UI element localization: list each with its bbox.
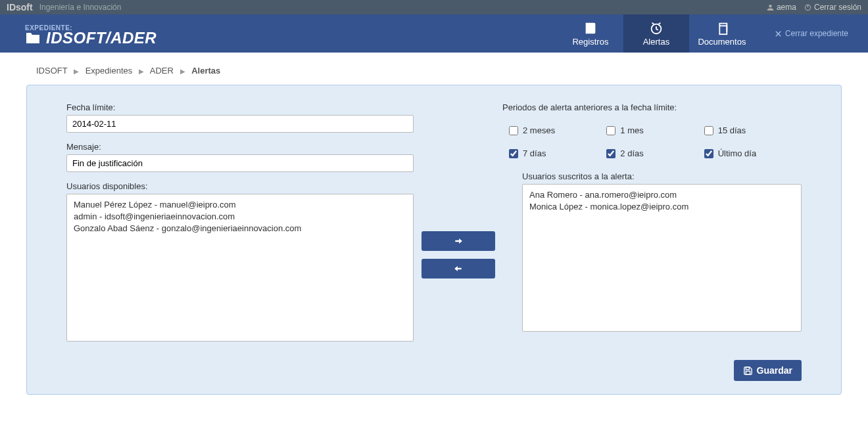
page-title: IDSOFT/ADER (46, 29, 157, 47)
book-icon (583, 21, 598, 35)
period-checkbox-item[interactable]: Último día (704, 148, 802, 158)
header: EXPEDIENTE: IDSOFT/ADER Registros Alerta… (0, 14, 868, 53)
period-checkbox[interactable] (509, 126, 518, 135)
tab-alertas-label: Alertas (643, 37, 669, 47)
close-expediente-link[interactable]: Cerrar expediente (755, 14, 868, 53)
tab-registros-label: Registros (572, 37, 608, 47)
period-checkbox[interactable] (509, 149, 518, 158)
usuarios-disponibles-list[interactable]: Manuel Pérez López - manuel@ieipro.comad… (66, 194, 414, 342)
period-label: 2 meses (523, 125, 555, 135)
mensaje-label: Mensaje: (66, 142, 414, 152)
logout-link[interactable]: Cerrar sesión (804, 3, 861, 12)
list-item[interactable]: Monica López - monica.lopez@ieipro.com (529, 201, 794, 213)
period-checkbox-item[interactable]: 15 días (704, 125, 802, 135)
logout-label: Cerrar sesión (814, 3, 861, 12)
move-right-button[interactable] (422, 231, 495, 251)
arrow-right-icon (453, 236, 464, 246)
breadcrumb-item[interactable]: Expedientes (85, 66, 133, 76)
user-icon (767, 4, 774, 11)
tab-documentos-label: Documentos (698, 37, 746, 47)
breadcrumb-item[interactable]: IDSOFT (36, 66, 67, 76)
period-checkbox[interactable] (606, 149, 615, 158)
list-item[interactable]: admin - idsoft@ingenieriaeinnovacion.com (74, 211, 406, 223)
brand-tagline: Ingeniería e Innovación (39, 3, 122, 12)
period-checkbox-item[interactable]: 2 meses (509, 125, 606, 135)
save-button-label: Guardar (757, 365, 792, 376)
power-icon (804, 4, 811, 11)
usuarios-suscritos-label: Usuarios suscritos a la alerta: (522, 171, 802, 181)
periodos-label: Periodos de alerta anteriores a la fecha… (502, 102, 802, 112)
tab-alertas[interactable]: Alertas (623, 14, 689, 53)
breadcrumb-item[interactable]: ADER (150, 66, 174, 76)
close-icon (775, 30, 782, 37)
clock-icon (649, 21, 663, 35)
fecha-limite-label: Fecha límite: (66, 102, 414, 112)
close-expediente-label: Cerrar expediente (785, 29, 848, 38)
period-label: Último día (718, 148, 757, 158)
breadcrumb-current: Alertas (191, 66, 220, 76)
periodos-grid: 2 meses1 mes15 días7 días2 díasÚltimo dí… (502, 125, 802, 158)
period-label: 7 días (523, 148, 546, 158)
save-icon (743, 366, 753, 376)
copy-icon (715, 21, 729, 35)
usuarios-suscritos-list[interactable]: Ana Romero - ana.romero@ieipro.comMonica… (522, 184, 802, 332)
breadcrumb: IDSOFT ▶ Expedientes ▶ ADER ▶ Alertas (0, 53, 868, 85)
folder-icon (25, 32, 41, 45)
tab-registros[interactable]: Registros (558, 14, 623, 53)
usuarios-disponibles-label: Usuarios disponibles: (66, 181, 414, 191)
tab-documentos[interactable]: Documentos (689, 14, 755, 53)
period-label: 2 días (620, 148, 643, 158)
username: aema (777, 3, 796, 12)
brand-name: IDsoft (7, 2, 33, 12)
period-checkbox-item[interactable]: 7 días (509, 148, 606, 158)
user-link[interactable]: aema (767, 3, 796, 12)
main-panel: Fecha límite: Mensaje: Usuarios disponib… (26, 85, 842, 395)
arrow-left-icon (453, 264, 464, 273)
fecha-limite-input[interactable] (66, 115, 414, 133)
topbar: IDsoft Ingeniería e Innovación aema Cerr… (0, 0, 868, 14)
period-checkbox[interactable] (704, 126, 713, 135)
list-item[interactable]: Ana Romero - ana.romero@ieipro.com (529, 189, 794, 201)
main-nav: Registros Alertas Documentos (558, 14, 755, 53)
period-label: 1 mes (620, 125, 643, 135)
save-button[interactable]: Guardar (734, 360, 802, 381)
list-item[interactable]: Manuel Pérez López - manuel@ieipro.com (74, 199, 406, 211)
title-block: EXPEDIENTE: IDSOFT/ADER (0, 14, 157, 53)
period-checkbox-item[interactable]: 1 mes (606, 125, 704, 135)
svg-rect-3 (719, 26, 727, 34)
period-label: 15 días (718, 125, 746, 135)
chevron-right-icon: ▶ (139, 68, 144, 75)
mensaje-input[interactable] (66, 154, 414, 172)
svg-rect-5 (746, 371, 750, 374)
chevron-right-icon: ▶ (180, 68, 185, 75)
list-item[interactable]: Gonzalo Abad Sáenz - gonzalo@ingenieriae… (74, 223, 406, 234)
move-left-button[interactable] (422, 259, 495, 278)
period-checkbox[interactable] (704, 149, 713, 158)
svg-rect-4 (746, 367, 749, 369)
chevron-right-icon: ▶ (74, 68, 79, 75)
period-checkbox-item[interactable]: 2 días (606, 148, 704, 158)
period-checkbox[interactable] (606, 126, 615, 135)
